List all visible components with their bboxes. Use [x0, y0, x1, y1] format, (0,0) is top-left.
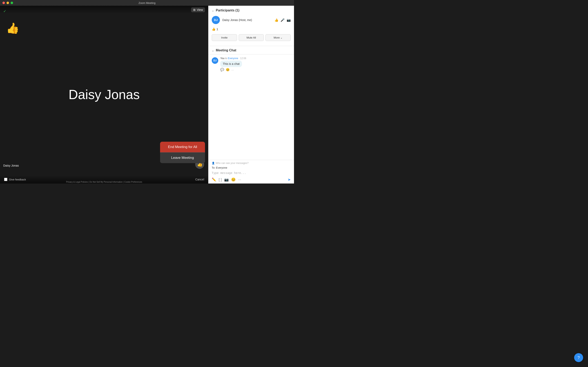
- chat-input[interactable]: [211, 170, 292, 175]
- title-bar: Zoom Meeting: [0, 0, 294, 6]
- chat-message: DJ You to Everyone 12:06 This is a chat …: [212, 57, 291, 72]
- chat-to-label: To:: [212, 166, 215, 169]
- traffic-lights: [2, 2, 13, 4]
- chat-avatar: DJ: [212, 57, 218, 64]
- main-layout: ✓ ⊞ View 👍 Daisy Jonas Daisy Jonas 👍 End…: [0, 6, 294, 184]
- window-title: Zoom Meeting: [138, 1, 155, 4]
- chat-chevron-icon[interactable]: ⌄: [212, 49, 214, 52]
- emoji-picker-icon[interactable]: 😊: [231, 177, 236, 182]
- participant-icons: 👍 🎤 📷: [274, 18, 291, 22]
- chat-recipient: Everyone: [228, 57, 238, 60]
- video-off-icon: 📷: [287, 18, 291, 22]
- chat-to-recipient: Everyone: [216, 166, 227, 169]
- more-options-icon[interactable]: ···: [231, 68, 234, 72]
- invite-button[interactable]: Invite: [212, 34, 237, 41]
- participant-row: DJ Daisy Jonas (Host, me) 👍 🎤 📷: [208, 14, 294, 26]
- participant-initials: DJ: [214, 18, 218, 22]
- more-chat-options-icon[interactable]: ···: [238, 178, 241, 182]
- video-area: ✓ ⊞ View 👍 Daisy Jonas Daisy Jonas 👍 End…: [0, 6, 208, 184]
- format-icon[interactable]: ✏️: [212, 177, 216, 182]
- cancel-button[interactable]: Cancel: [195, 178, 204, 181]
- send-icon[interactable]: ➤: [288, 177, 291, 182]
- action-buttons-row: Invite Mute All More ⌄: [208, 33, 294, 43]
- chat-time: 12:06: [240, 57, 246, 60]
- feedback-checkbox[interactable]: [4, 178, 7, 181]
- feedback-label: Give feedback: [9, 178, 26, 181]
- chat-actions: 💬 😊 ···: [220, 68, 291, 72]
- bottom-nametag: Daisy Jonas: [3, 164, 19, 167]
- leave-meeting-button[interactable]: Leave Meeting: [160, 152, 205, 163]
- chat-visibility: 👤 Who can see your messages?: [211, 162, 292, 165]
- chat-title: Meeting Chat: [216, 49, 291, 52]
- participants-section: ⌄ Participants (1) DJ Daisy Jonas (Host,…: [208, 6, 294, 46]
- chat-messages: DJ You to Everyone 12:06 This is a chat …: [208, 54, 294, 160]
- participant-name: Daisy Jonas (Host, me): [222, 18, 272, 22]
- end-meeting-for-all-button[interactable]: End Meeting for All: [160, 142, 205, 152]
- chat-to-preposition: to: [225, 57, 228, 60]
- chevron-down-icon: ⌄: [280, 36, 283, 39]
- close-button[interactable]: [2, 2, 5, 4]
- video-participant-name: Daisy Jonas: [69, 87, 140, 102]
- view-label: View: [197, 8, 203, 11]
- participants-header: ⌄ Participants (1): [208, 6, 294, 14]
- code-icon[interactable]: [ ]: [219, 178, 222, 182]
- more-button[interactable]: More ⌄: [265, 34, 291, 41]
- thumbs-icon: 👍: [274, 18, 278, 22]
- chat-toolbar: ✏️ [ ] 📷 😊 ··· ➤: [211, 176, 292, 182]
- thumbs-up-emoji: 👍: [6, 22, 19, 34]
- right-panel: ⌄ Participants (1) DJ Daisy Jonas (Host,…: [208, 6, 294, 184]
- more-label: More: [274, 36, 280, 39]
- mute-all-button[interactable]: Mute All: [239, 34, 264, 41]
- view-icon: ⊞: [193, 8, 196, 11]
- video-topbar: ⊞ View: [0, 6, 208, 14]
- chat-to-row: To: Everyone: [211, 165, 292, 170]
- view-button[interactable]: ⊞ View: [191, 7, 205, 12]
- minimize-button[interactable]: [7, 2, 9, 4]
- end-meeting-popup: End Meeting for All Leave Meeting: [160, 142, 205, 163]
- visibility-label: Who can see your messages?: [216, 162, 249, 165]
- chat-meta: You to Everyone 12:06: [220, 57, 291, 60]
- emoji-icon[interactable]: 😊: [226, 68, 230, 72]
- feedback-row: Give feedback: [4, 178, 26, 181]
- footer-links: Privacy & Legal Policies | Do Not Sell M…: [66, 181, 142, 183]
- reply-icon[interactable]: 💬: [220, 68, 224, 72]
- reaction-count: 👍 1: [208, 26, 294, 33]
- maximize-button[interactable]: [11, 2, 13, 4]
- participants-title: Participants (1): [216, 8, 291, 12]
- participant-info: Daisy Jonas (Host, me): [222, 18, 272, 22]
- chat-header: ⌄ Meeting Chat: [208, 46, 294, 54]
- participant-avatar: DJ: [212, 16, 220, 24]
- chat-content: You to Everyone 12:06 This is a chat 💬 😊…: [220, 57, 291, 72]
- mic-icon: 🎤: [281, 18, 285, 22]
- chat-sender: You: [220, 57, 224, 60]
- participants-chevron-icon[interactable]: ⌄: [212, 9, 214, 12]
- chat-input-area: 👤 Who can see your messages? To: Everyon…: [208, 160, 294, 184]
- screenshot-icon[interactable]: 📷: [224, 177, 229, 182]
- visibility-icon: 👤: [212, 162, 215, 165]
- chat-section: ⌄ Meeting Chat DJ You to Everyone 12:06 …: [208, 46, 294, 184]
- chat-bubble: This is a chat: [220, 60, 242, 67]
